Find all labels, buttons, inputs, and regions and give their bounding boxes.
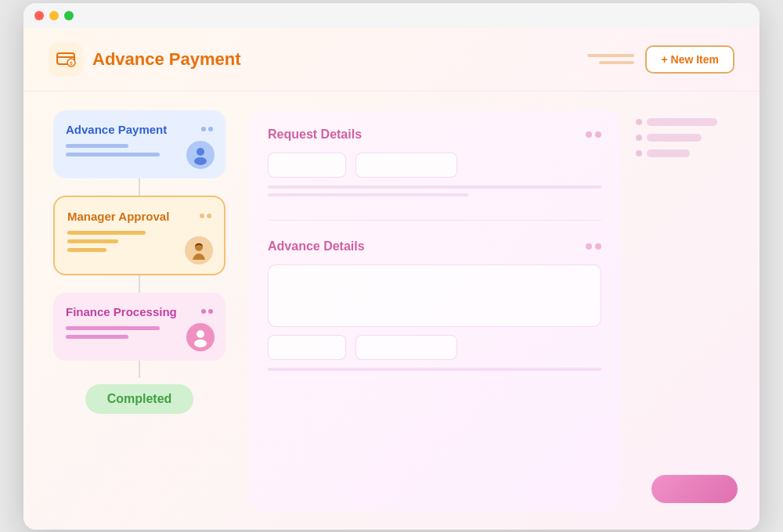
workflow-card-manager-approval: Manager Approval (53, 196, 226, 275)
app-content: $ Advance Payment + New Item A (23, 28, 760, 530)
svg-point-5 (194, 157, 207, 165)
avatar-manager (185, 236, 213, 264)
advance-underline-1 (268, 368, 601, 371)
request-details-title: Request Details (268, 128, 362, 142)
new-item-button[interactable]: + New Item (645, 45, 734, 74)
advance-field-1[interactable] (268, 335, 346, 360)
connector-2 (139, 275, 140, 293)
card-dot (200, 214, 204, 218)
card-dot (207, 214, 211, 218)
maximize-dot[interactable] (64, 11, 74, 20)
card-dot (201, 127, 206, 131)
card-header-advance: Advance Payment (66, 123, 213, 136)
svg-point-8 (194, 340, 207, 347)
person-female-icon (188, 239, 210, 261)
connector-3 (139, 361, 140, 378)
workflow-card-advance-payment: Advance Payment (53, 110, 226, 178)
advance-textarea[interactable] (268, 264, 601, 327)
workflow-column: Advance Payment (45, 110, 233, 511)
card-title-manager-approval: Manager Approval (67, 210, 169, 223)
completed-badge: Completed (85, 384, 194, 414)
header-decoration (587, 54, 634, 64)
header-right: + New Item (587, 45, 734, 74)
rp-row-1 (636, 118, 738, 126)
svg-point-7 (197, 330, 204, 338)
card-title-advance-payment: Advance Payment (66, 123, 167, 136)
advance-field-2[interactable] (355, 335, 457, 360)
rp-item-2 (647, 134, 702, 142)
person-icon (189, 144, 211, 166)
section-dot (595, 131, 601, 138)
rp-dot-2 (636, 135, 642, 141)
svg-point-4 (197, 148, 204, 156)
rp-dot-1 (636, 119, 642, 125)
submit-button[interactable] (651, 475, 738, 503)
header: $ Advance Payment + New Item (23, 28, 760, 92)
person-icon-2 (189, 326, 211, 348)
minimize-dot[interactable] (49, 11, 59, 20)
section-dots-advance (586, 243, 601, 250)
request-details-header: Request Details (268, 128, 601, 142)
header-title: Advance Payment (92, 49, 241, 70)
right-panel (636, 110, 738, 511)
close-dot[interactable] (34, 11, 44, 20)
advance-details-header: Advance Details (268, 239, 601, 253)
request-field-1[interactable] (268, 153, 346, 178)
titlebar (23, 3, 760, 28)
rp-row-3 (636, 149, 738, 157)
request-details-section: Request Details (268, 128, 601, 201)
card-dots-advance (201, 127, 213, 131)
card-dot (201, 309, 206, 314)
details-column: Request Details (249, 110, 620, 511)
card-line (66, 326, 160, 330)
card-header-manager: Manager Approval (67, 210, 211, 223)
avatar-advance (186, 141, 215, 169)
connector-1 (139, 178, 140, 196)
section-dots-request (586, 131, 601, 138)
card-title-finance-processing: Finance Processing (66, 305, 177, 318)
section-divider-1 (268, 220, 601, 221)
payment-icon: $ (56, 49, 76, 70)
rp-item-1 (647, 118, 717, 126)
section-dot (595, 243, 601, 250)
card-dot (208, 127, 213, 131)
advance-details-title: Advance Details (268, 239, 365, 253)
card-line (67, 248, 106, 252)
header-left: $ Advance Payment (49, 42, 241, 77)
header-icon-container: $ (49, 42, 83, 77)
card-line (66, 144, 128, 148)
request-underline-1 (268, 185, 601, 189)
card-dots-manager (200, 214, 211, 218)
card-line (66, 335, 128, 339)
section-dot (586, 243, 592, 250)
rp-row-2 (636, 134, 738, 142)
rp-dot-3 (636, 150, 642, 156)
avatar-finance (186, 323, 215, 351)
section-dot (586, 131, 592, 138)
card-dots-finance (201, 309, 213, 314)
request-field-row-1 (268, 153, 601, 178)
card-line (66, 153, 160, 156)
main-content: Advance Payment (23, 92, 760, 530)
card-dot (208, 309, 213, 314)
request-field-2[interactable] (355, 153, 457, 178)
workflow-card-finance-processing: Finance Processing (53, 293, 226, 361)
right-panel-items (636, 118, 738, 157)
advance-field-row-1 (268, 335, 601, 360)
card-line (67, 239, 118, 243)
request-underline-2 (268, 193, 468, 196)
card-line (67, 231, 146, 235)
advance-details-section: Advance Details (268, 239, 601, 376)
rp-item-3 (647, 149, 690, 157)
card-header-finance: Finance Processing (66, 305, 213, 318)
app-window: $ Advance Payment + New Item A (23, 3, 760, 530)
